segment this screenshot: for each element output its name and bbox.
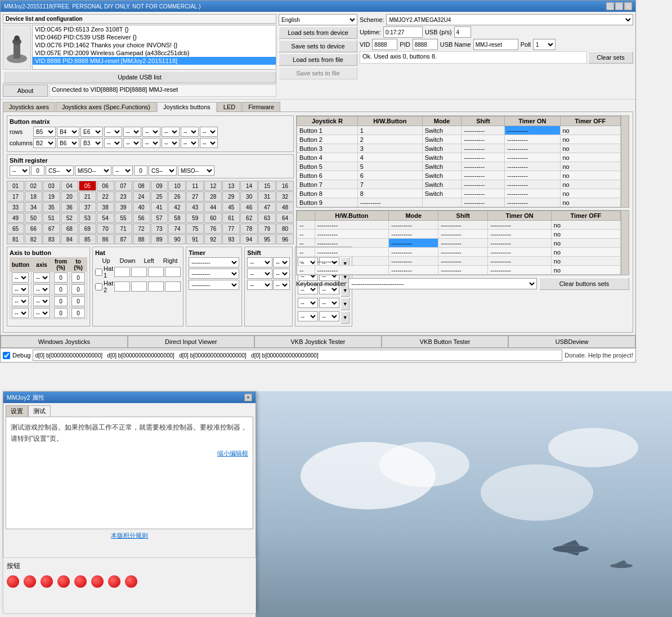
hat2-up[interactable] — [114, 281, 130, 292]
num-93[interactable]: 93 — [222, 234, 240, 244]
col-select-7[interactable]: -- — [181, 138, 199, 148]
num-5[interactable]: 05 — [79, 181, 96, 191]
red-button-5[interactable] — [91, 575, 104, 588]
num-77[interactable]: 77 — [222, 223, 240, 234]
col-select-1[interactable]: B6 — [57, 138, 79, 148]
minimize-button[interactable]: _ — [606, 2, 614, 10]
row-select-0[interactable]: B5 — [33, 127, 56, 137]
num-2[interactable]: 02 — [25, 181, 42, 191]
save-to-device-button[interactable]: Save sets to device — [279, 40, 357, 52]
col-select-6[interactable]: -- — [162, 138, 180, 148]
num-70[interactable]: 70 — [97, 223, 114, 234]
joy2-row-0[interactable]: ----------------------------------------… — [297, 221, 621, 230]
joy-row-btn6[interactable]: Button 66Switch--------------------no — [297, 171, 621, 180]
num-28[interactable]: 28 — [204, 191, 222, 202]
num-55[interactable]: 55 — [115, 213, 132, 223]
col-select-8[interactable]: -- — [200, 138, 218, 148]
num-52[interactable]: 52 — [61, 213, 78, 223]
sr-miso-0[interactable]: MISO-- — [75, 166, 111, 176]
num-81[interactable]: 81 — [7, 234, 24, 244]
sr-cs-0[interactable]: CS-- — [46, 166, 74, 176]
axis-btn-1[interactable]: -- — [12, 284, 29, 294]
row-select-8[interactable]: -- — [200, 127, 218, 137]
num-44[interactable]: 44 — [204, 202, 222, 212]
axis-from-1[interactable] — [54, 284, 68, 294]
sr-miso-1[interactable]: MISO-- — [178, 166, 214, 176]
num-37[interactable]: 37 — [79, 202, 96, 212]
num-12[interactable]: 12 — [204, 181, 222, 191]
row-select-1[interactable]: B4 — [57, 127, 79, 137]
shift-sel-2[interactable]: -- — [247, 280, 272, 290]
row-select-5[interactable]: -- — [142, 127, 160, 137]
sr-select-0[interactable]: -- — [10, 166, 30, 176]
joy-row-btn7[interactable]: Button 77Switch--------------------no — [297, 180, 621, 189]
col-select-2[interactable]: B3 — [80, 138, 103, 148]
load-from-device-button[interactable]: Load sets from device — [279, 26, 357, 39]
joy2-row-1[interactable]: ----------------------------------------… — [297, 230, 621, 239]
sr-select-1[interactable]: -- — [113, 166, 133, 176]
num-18[interactable]: 18 — [25, 191, 42, 202]
upper-scrollbar[interactable] — [621, 116, 629, 207]
num-86[interactable]: 86 — [97, 234, 114, 244]
joy-row-btn2[interactable]: Button 22Switch--------------------no — [297, 135, 621, 144]
vid-value[interactable] — [372, 39, 397, 50]
num-9[interactable]: 09 — [151, 181, 168, 191]
joy-row-btn3[interactable]: Button 33Switch--------------------no — [297, 144, 621, 153]
num-21[interactable]: 21 — [79, 191, 96, 202]
device-item-4[interactable]: VID:8888 PID:8888 MMJ-reset [MMJoy2-2015… — [33, 57, 276, 65]
num-56[interactable]: 56 — [133, 213, 150, 223]
num-58[interactable]: 58 — [168, 213, 186, 223]
num-6[interactable]: 06 — [97, 181, 114, 191]
shrink-editor-link[interactable]: 缩小编辑框 — [217, 450, 248, 457]
red-button-1[interactable] — [24, 575, 36, 588]
num-42[interactable]: 42 — [168, 202, 186, 212]
clear-buttons-sets-button[interactable]: Clear buttons sets — [539, 278, 629, 290]
tab-led[interactable]: LED — [217, 102, 241, 111]
num-69[interactable]: 69 — [79, 223, 96, 234]
num-29[interactable]: 29 — [222, 191, 240, 202]
num-30[interactable]: 30 — [240, 191, 258, 202]
axis-to-3[interactable] — [71, 308, 85, 318]
device-item-0[interactable]: VID:0C45 PID:6513 Zero 3108T {} — [33, 25, 276, 33]
maximize-button[interactable]: □ — [615, 2, 623, 10]
num-89[interactable]: 89 — [151, 234, 168, 244]
sr-input-0[interactable] — [31, 166, 44, 176]
bottom-tab-usbdeview[interactable]: USBDeview — [508, 336, 635, 348]
timer-select-2[interactable]: ---------- — [189, 280, 239, 290]
debug-input[interactable] — [33, 350, 562, 361]
hat2-down[interactable] — [131, 281, 147, 292]
red-button-4[interactable] — [74, 575, 87, 588]
axis-to-0[interactable] — [71, 272, 85, 283]
num-94[interactable]: 94 — [240, 234, 258, 244]
num-4[interactable]: 04 — [61, 181, 78, 191]
num-65[interactable]: 65 — [7, 223, 24, 234]
hat1-right[interactable] — [165, 267, 181, 277]
num-68[interactable]: 68 — [61, 223, 78, 234]
axis-from-3[interactable] — [54, 308, 68, 318]
col-select-0[interactable]: B2 — [33, 138, 56, 148]
axis-btn-2[interactable]: -- — [12, 296, 29, 306]
num-91[interactable]: 91 — [186, 234, 204, 244]
num-87[interactable]: 87 — [115, 234, 132, 244]
row-select-6[interactable]: -- — [162, 127, 180, 137]
num-61[interactable]: 61 — [222, 213, 240, 223]
tab-firmware[interactable]: Firmware — [242, 102, 280, 111]
hat1-down[interactable] — [131, 267, 147, 277]
num-31[interactable]: 31 — [258, 191, 276, 202]
debug-checkbox[interactable] — [3, 352, 10, 359]
num-50[interactable]: 50 — [25, 213, 42, 223]
num-24[interactable]: 24 — [133, 191, 150, 202]
axis-axis-1[interactable]: -- — [33, 284, 50, 294]
joy-row-btn5[interactable]: Button 55Switch--------------------no — [297, 162, 621, 171]
num-59[interactable]: 59 — [186, 213, 204, 223]
num-23[interactable]: 23 — [115, 191, 132, 202]
col-select-3[interactable]: -- — [104, 138, 122, 148]
row-select-2[interactable]: E6 — [80, 127, 103, 137]
num-47[interactable]: 47 — [258, 202, 276, 212]
load-from-file-button[interactable]: Load sets from file — [279, 53, 357, 66]
red-button-6[interactable] — [108, 575, 120, 588]
language-select[interactable]: English — [279, 14, 357, 25]
num-60[interactable]: 60 — [204, 213, 222, 223]
hat1-up[interactable] — [114, 267, 130, 277]
bottom-tab-vkb-button[interactable]: VKB Button Tester — [382, 336, 509, 348]
